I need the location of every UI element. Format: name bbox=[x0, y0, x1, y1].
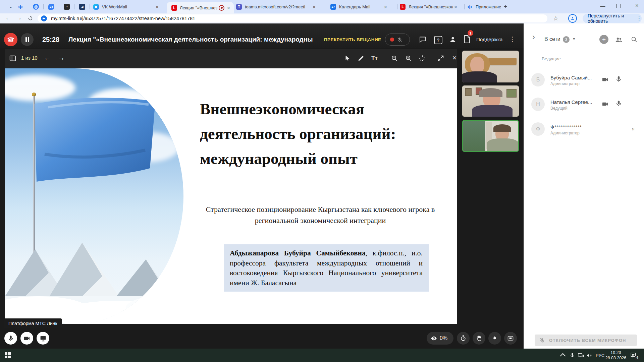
slide-title-line: Внешнеэкономическая bbox=[200, 97, 396, 121]
mute-all-button[interactable]: ОТКЛЮЧИТЬ ВСЕМ МИКРОФОН bbox=[535, 335, 637, 346]
tab-app[interactable]: Ф Приложение bbox=[467, 3, 517, 11]
pause-broadcast-button[interactable] bbox=[21, 33, 34, 46]
leave-call-button[interactable]: ☎ bbox=[4, 33, 17, 46]
participant-avatar: Ф bbox=[531, 122, 545, 136]
participant-mic-icon[interactable] bbox=[615, 75, 622, 82]
tray-volume-icon[interactable] bbox=[586, 353, 592, 358]
more-menu-kebab-icon[interactable]: ⋮ bbox=[509, 35, 516, 43]
tab-title: teams.microsoft.com/v2/?meeti bbox=[245, 4, 309, 9]
tab-title: Лекция "«Внешнеэкономи bbox=[180, 5, 217, 10]
video-tile-presenter-1[interactable] bbox=[462, 51, 519, 82]
meeting-title: Лекция "«Внешнеэкономическая деятельност… bbox=[68, 36, 317, 43]
participant-row[interactable]: Ф Ф************** Администратор я bbox=[524, 122, 644, 141]
f-extension-icon: Ф bbox=[18, 4, 23, 10]
url-bar[interactable]: my.mts-link.ru/j/95372571/16727474422/st… bbox=[38, 14, 547, 22]
online-label[interactable]: В сети bbox=[544, 36, 560, 42]
tab-teams[interactable]: T teams.microsoft.com/v2/?meeti × bbox=[236, 3, 327, 11]
participant-row[interactable]: Б Бубуйра Самый... Администратор bbox=[524, 73, 644, 92]
back-icon[interactable]: ← bbox=[5, 15, 11, 21]
tab-mts-link-active[interactable]: L Лекция "«Внешнеэкономи × bbox=[167, 2, 234, 13]
close-presentation-icon[interactable]: × bbox=[450, 54, 459, 62]
tray-network-icon[interactable] bbox=[578, 353, 584, 358]
close-tab-icon[interactable]: × bbox=[313, 4, 316, 9]
tab-vk-workmail[interactable]: VK WorkMail × bbox=[93, 3, 164, 11]
participant-camera-icon[interactable] bbox=[602, 76, 609, 83]
stop-broadcast-button[interactable]: ПРЕКРАТИТЬ ВЕЩАНИЕ bbox=[324, 37, 381, 42]
mic-button[interactable] bbox=[4, 332, 17, 345]
timer-button[interactable] bbox=[457, 332, 470, 345]
cursor-tool-icon[interactable] bbox=[344, 55, 351, 62]
new-tab-button[interactable]: + bbox=[502, 3, 509, 10]
slide-title-line: деятельность организаций: bbox=[200, 121, 396, 146]
pencil-tool-icon[interactable] bbox=[357, 55, 365, 62]
person-body-shape bbox=[487, 138, 519, 152]
tray-language-indicator[interactable]: РУС bbox=[596, 353, 604, 358]
update-button-label: Перезапустить и обновить bbox=[588, 13, 634, 24]
raise-hand-button[interactable] bbox=[473, 332, 485, 345]
screen-share-button[interactable] bbox=[37, 332, 49, 345]
participant-camera-icon[interactable] bbox=[602, 101, 609, 108]
tab-mts-link-2[interactable]: L Лекция "«Внешнеэкономичес × bbox=[400, 3, 462, 11]
toolbar-divider bbox=[386, 54, 386, 62]
vk-workmail-icon bbox=[93, 4, 99, 10]
zoom-out-icon[interactable] bbox=[391, 55, 398, 62]
camera-button[interactable] bbox=[20, 332, 33, 345]
browser-update-button[interactable]: Перезапустить и обновить ⋮ bbox=[583, 14, 642, 23]
pinned-tab-navy-app[interactable]: ◢ bbox=[79, 4, 85, 10]
pinned-tab-globe[interactable]: ◔ bbox=[64, 4, 70, 10]
close-tab-icon[interactable]: × bbox=[384, 4, 387, 9]
window-close-button[interactable]: × bbox=[632, 1, 642, 10]
collapse-panel-chevron-icon[interactable]: › bbox=[532, 34, 535, 40]
search-icon[interactable] bbox=[631, 36, 638, 43]
chat-icon[interactable] bbox=[419, 36, 427, 44]
participant-row[interactable]: Н Наталья Сергее... Ведущий bbox=[524, 98, 644, 116]
recording-indicator[interactable] bbox=[385, 34, 410, 46]
pinned-tab-cloud24[interactable]: 24 bbox=[48, 4, 54, 10]
fullscreen-icon[interactable] bbox=[437, 55, 444, 62]
video-tile-presenter-2[interactable] bbox=[462, 85, 519, 117]
prev-slide-icon[interactable]: ← bbox=[44, 54, 51, 62]
close-tab-icon[interactable]: × bbox=[454, 4, 457, 9]
mic-muted-icon bbox=[539, 338, 545, 343]
screen: ⌄ Ф @ 24 ◔ ◢ VK WorkMail × L Лекция "«Вн… bbox=[0, 0, 644, 362]
forward-icon[interactable]: → bbox=[16, 15, 22, 21]
start-button[interactable] bbox=[0, 349, 15, 362]
participant-mic-icon[interactable] bbox=[615, 100, 622, 107]
online-dropdown-caret-icon[interactable]: ▾ bbox=[573, 36, 575, 41]
tray-expand-chevron-icon[interactable] bbox=[560, 353, 566, 359]
pinned-tab-mail[interactable]: @ bbox=[33, 4, 39, 10]
people-icon[interactable] bbox=[615, 36, 623, 43]
tab-title: Лекция "«Внешнеэкономичес bbox=[409, 4, 453, 9]
mts-link-icon: L bbox=[400, 4, 406, 10]
tray-clock[interactable]: 10:23 28.03.2026 bbox=[604, 350, 628, 361]
tray-time: 10:23 bbox=[604, 350, 628, 355]
video-tile-active-speaker[interactable] bbox=[462, 120, 519, 152]
tray-mic-icon[interactable] bbox=[570, 352, 575, 358]
bookmark-star-icon[interactable]: ☆ bbox=[553, 15, 558, 22]
text-tool-icon[interactable]: Tт bbox=[371, 55, 378, 62]
browser-menu-kebab-icon[interactable]: ⋮ bbox=[637, 15, 642, 21]
materials-icon[interactable] bbox=[463, 35, 471, 44]
next-slide-icon[interactable]: → bbox=[58, 54, 65, 62]
help-icon[interactable]: ? bbox=[434, 36, 442, 44]
viewers-counter[interactable]: 0% bbox=[427, 332, 453, 345]
window-maximize-button[interactable] bbox=[616, 4, 621, 8]
window-minimize-button[interactable]: — bbox=[598, 1, 608, 10]
reactions-fire-button[interactable] bbox=[488, 332, 501, 345]
rotate-icon[interactable] bbox=[418, 55, 426, 62]
tab-calendar[interactable]: 27 Календарь Mail × bbox=[330, 3, 396, 11]
close-tab-icon[interactable]: × bbox=[156, 4, 159, 9]
mute-all-label: ОТКЛЮЧИТЬ ВСЕМ МИКРОФОН bbox=[549, 338, 626, 343]
support-button[interactable]: Поддержка bbox=[476, 37, 502, 42]
close-tab-icon[interactable]: × bbox=[227, 5, 230, 10]
picture-in-picture-button[interactable] bbox=[504, 332, 517, 345]
thumbnails-panel-icon[interactable] bbox=[9, 55, 16, 62]
participants-icon[interactable] bbox=[449, 36, 457, 44]
add-participant-button[interactable]: + bbox=[599, 35, 608, 44]
camera-permission-icon[interactable] bbox=[41, 15, 47, 21]
reload-icon[interactable] bbox=[28, 15, 33, 21]
zoom-in-icon[interactable] bbox=[405, 55, 412, 62]
profile-avatar[interactable] bbox=[568, 14, 577, 23]
pinned-tab-f-extension[interactable]: Ф bbox=[17, 4, 23, 10]
tab-search-chevron-icon[interactable]: ⌄ bbox=[7, 3, 14, 10]
